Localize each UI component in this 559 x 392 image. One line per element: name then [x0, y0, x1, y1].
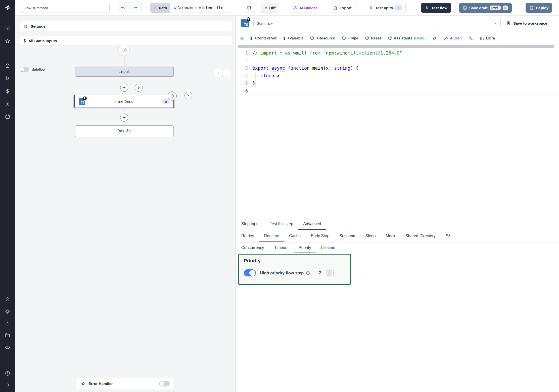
export-button[interactable]: Export — [329, 3, 355, 13]
code-line[interactable]: 1// import * as wmill from "npm:windmill… — [236, 49, 559, 57]
add-context-var-button[interactable]: $+Context Var — [250, 36, 277, 41]
settings-gear-icon[interactable] — [0, 307, 15, 317]
deploy-button[interactable]: Deploy — [526, 3, 552, 13]
magic-wand-icon — [293, 6, 297, 10]
inline-deno-node[interactable]: TS Inline Deno a — [74, 95, 174, 108]
svg-text:?: ? — [7, 372, 8, 375]
workers-robot-icon[interactable] — [0, 319, 15, 329]
tab-suspend[interactable]: Suspend — [334, 230, 360, 242]
info-icon[interactable] — [306, 271, 310, 275]
all-static-inputs-button[interactable]: $ All Static Inputs — [20, 36, 232, 46]
zoom-in-button[interactable]: + — [214, 69, 222, 77]
workspace-icon[interactable] — [0, 23, 15, 33]
add-step-button[interactable]: + — [120, 84, 128, 92]
home-icon[interactable] — [0, 61, 15, 71]
tab-concurrency[interactable]: Concurrency — [236, 243, 269, 253]
magic-wand-icon — [443, 36, 448, 41]
sparkles-icon[interactable] — [468, 36, 473, 41]
tab-lifetime[interactable]: Lifetime — [316, 243, 340, 253]
priority-number-input[interactable]: 2 — [315, 268, 334, 278]
diff-button[interactable]: ± Diff — [261, 3, 279, 13]
error-handler-toggle[interactable] — [159, 381, 170, 386]
expand-arrow-icon[interactable] — [0, 380, 15, 390]
variables-dollar-icon[interactable]: $ — [0, 86, 15, 96]
result-node[interactable]: Result — [75, 125, 174, 137]
line-number: 1 — [236, 49, 251, 57]
number-stepper[interactable] — [326, 269, 332, 277]
windmill-logo-icon[interactable] — [0, 0, 15, 16]
error-handler-card[interactable]: Error Handler — [76, 378, 174, 389]
typescript-deno-icon: TS — [79, 98, 85, 105]
tab-mock[interactable]: Mock — [381, 230, 400, 242]
format-brush-button[interactable] — [432, 36, 437, 41]
app-sidebar: $ ? — [0, 0, 15, 392]
tab-sleep[interactable]: Sleep — [360, 230, 381, 242]
folders-icon[interactable] — [0, 330, 15, 340]
runs-play-icon[interactable] — [0, 73, 15, 83]
library-button[interactable]: Libra — [480, 36, 495, 41]
save-draft-button[interactable]: Save draft Ctrl S — [459, 3, 512, 13]
line-number: 2 — [236, 57, 251, 64]
editor-horizontal-scrollbar[interactable] — [236, 45, 559, 48]
workspace-script-select[interactable] — [444, 18, 501, 28]
ai-builder-button[interactable]: AI Builder — [289, 3, 321, 13]
assistants-lang-label: (Deno) — [414, 36, 426, 40]
code-line[interactable]: 2 — [236, 57, 559, 64]
reset-button[interactable]: Reset — [365, 36, 381, 40]
path-button[interactable]: Path u/faton/non_violent_flc — [150, 3, 233, 13]
step-tabs: Step InputTest this stepAdvanced — [236, 218, 559, 230]
undo-button[interactable] — [117, 3, 129, 13]
docs-book-button[interactable] — [243, 3, 255, 13]
add-step-button[interactable]: + — [120, 114, 128, 122]
delete-step-button[interactable]: × — [184, 92, 192, 99]
code-line[interactable]: 4 return x — [236, 72, 559, 79]
resources-icon[interactable] — [0, 99, 15, 109]
tab-timeout[interactable]: Timeout — [269, 243, 294, 253]
trigger-lightning-button[interactable] — [135, 84, 143, 92]
save-icon — [463, 6, 467, 10]
code-line[interactable]: 5} — [236, 79, 559, 87]
user-icon[interactable] — [0, 294, 15, 304]
path-label: Path — [159, 6, 167, 10]
audit-eye-icon[interactable] — [0, 342, 15, 352]
code-editor[interactable]: 1// import * as wmill from "npm:windmill… — [236, 49, 559, 218]
favorites-star-icon[interactable] — [0, 36, 15, 46]
add-type-button[interactable]: +Type — [342, 36, 358, 40]
ai-flow-wand-button[interactable] — [119, 45, 130, 56]
line-number: 4 — [236, 72, 251, 79]
dataflow-toggle[interactable] — [20, 67, 29, 72]
flow-settings-button[interactable]: Settings — [20, 21, 232, 31]
schedules-calendar-icon[interactable] — [0, 112, 15, 122]
high-priority-label: High priority flow step — [260, 271, 304, 275]
save-to-workspace-button[interactable]: Save to workspace — [506, 21, 547, 26]
assistants-button[interactable]: Assistants(Deno) — [388, 36, 426, 40]
refresh-icon — [388, 36, 392, 40]
summary-input[interactable]: Summary — [253, 18, 435, 28]
redo-button[interactable] — [129, 3, 141, 13]
line-number: 6 — [236, 87, 251, 94]
plus-minus-icon: ± — [265, 5, 267, 10]
tab-retries[interactable]: Retries — [236, 230, 259, 242]
move-step-button[interactable] — [168, 91, 177, 101]
input-node[interactable]: Input — [75, 67, 174, 77]
tab-shared-directory[interactable]: Shared Directory — [400, 230, 441, 242]
high-priority-toggle[interactable] — [244, 269, 256, 276]
add-resource-button[interactable]: +Resource — [310, 36, 335, 40]
zoom-out-button[interactable]: − — [223, 69, 231, 77]
test-up-to-button[interactable]: Test up to a — [365, 3, 406, 13]
add-variable-button[interactable]: $+Variable — [283, 36, 304, 41]
tab-priority[interactable]: Priority — [294, 243, 316, 253]
tab-early-stop[interactable]: Early Stop — [306, 230, 335, 242]
help-icon[interactable]: ? — [0, 368, 15, 378]
code-line[interactable]: 6 — [236, 87, 559, 94]
code-line[interactable]: 3export async function main(x: string) { — [236, 64, 559, 72]
tab-step-input[interactable]: Step Input — [236, 218, 265, 230]
tab-runtime[interactable]: Runtime — [259, 230, 284, 242]
ai-gen-button[interactable]: AI Gen — [443, 36, 462, 41]
test-flow-button[interactable]: Test flow — [421, 3, 451, 13]
tab-advanced[interactable]: Advanced — [298, 218, 326, 230]
tab-cache[interactable]: Cache — [284, 230, 306, 242]
flow-summary-input[interactable]: Flow summary — [20, 3, 110, 13]
tab-s3[interactable]: S3 — [441, 230, 456, 242]
tab-test-this-step[interactable]: Test this step — [265, 218, 298, 230]
